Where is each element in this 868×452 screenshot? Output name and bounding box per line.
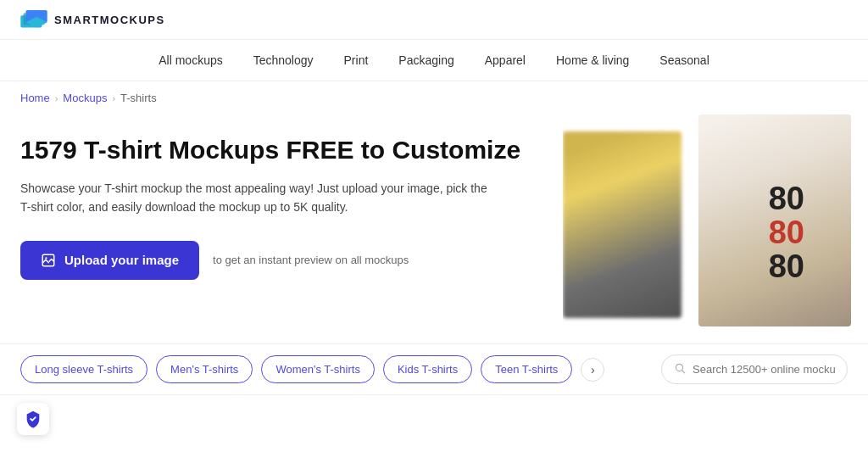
upload-button[interactable]: Upload your image bbox=[20, 241, 199, 280]
main-nav: All mockups Technology Print Packaging A… bbox=[0, 40, 868, 81]
breadcrumb: Home › Mockups › T-shirts bbox=[0, 81, 868, 114]
nav-item-packaging[interactable]: Packaging bbox=[398, 53, 453, 67]
category-arrow-next[interactable]: › bbox=[581, 358, 604, 382]
tshirt-num-2: 80 bbox=[769, 216, 804, 248]
breadcrumb-mockups[interactable]: Mockups bbox=[63, 92, 107, 104]
hero-description: Showcase your T-shirt mockup the most ap… bbox=[20, 179, 495, 217]
upload-row: Upload your image to get an instant prev… bbox=[20, 241, 563, 280]
category-tab-long-sleeve[interactable]: Long sleeve T-shirts bbox=[20, 355, 147, 383]
category-tab-womens[interactable]: Women's T-shirts bbox=[261, 355, 375, 383]
logo[interactable]: SMARTMOCKUPS bbox=[20, 10, 165, 29]
tshirt-num-1: 80 bbox=[769, 182, 804, 215]
hero-images: 80 80 80 bbox=[563, 114, 868, 335]
breadcrumb-current: T-shirts bbox=[120, 92, 157, 104]
nav-item-print[interactable]: Print bbox=[344, 53, 369, 67]
hero-img-placeholder: 80 80 80 bbox=[563, 114, 868, 335]
logo-icon bbox=[20, 10, 47, 29]
nav-item-apparel[interactable]: Apparel bbox=[485, 53, 526, 67]
nav-item-technology[interactable]: Technology bbox=[253, 53, 314, 67]
nav-item-home-living[interactable]: Home & living bbox=[556, 53, 629, 67]
hero-img-woman: 80 80 80 bbox=[698, 114, 851, 326]
hero-content: 1579 T-shirt Mockups FREE to Customize S… bbox=[20, 135, 563, 280]
svg-line-7 bbox=[682, 371, 685, 373]
hero-img-man bbox=[563, 131, 682, 318]
category-tab-mens[interactable]: Men's T-shirts bbox=[156, 355, 253, 383]
category-tab-kids[interactable]: Kids T-shirts bbox=[383, 355, 472, 383]
search-icon bbox=[674, 362, 686, 377]
breadcrumb-sep-2: › bbox=[112, 93, 115, 103]
nav-item-all-mockups[interactable]: All mockups bbox=[159, 53, 222, 67]
hero-title: 1579 T-shirt Mockups FREE to Customize bbox=[20, 135, 563, 165]
hero-section: 1579 T-shirt Mockups FREE to Customize S… bbox=[0, 114, 868, 343]
nav-item-seasonal[interactable]: Seasonal bbox=[659, 53, 709, 67]
logo-text: SMARTMOCKUPS bbox=[54, 14, 165, 26]
breadcrumb-home[interactable]: Home bbox=[20, 92, 50, 104]
header: SMARTMOCKUPS bbox=[0, 0, 868, 40]
category-bar: Long sleeve T-shirts Men's T-shirts Wome… bbox=[0, 343, 868, 395]
tshirt-graphic: 80 80 80 bbox=[769, 182, 804, 282]
search-box bbox=[661, 354, 848, 384]
svg-point-5 bbox=[45, 257, 47, 259]
breadcrumb-sep-1: › bbox=[55, 93, 58, 103]
search-input[interactable] bbox=[693, 363, 835, 376]
tshirt-num-3: 80 bbox=[769, 250, 804, 282]
image-upload-icon bbox=[41, 253, 56, 268]
upload-hint: to get an instant preview on all mockups bbox=[213, 254, 409, 266]
category-tab-teen[interactable]: Teen T-shirts bbox=[481, 355, 572, 383]
